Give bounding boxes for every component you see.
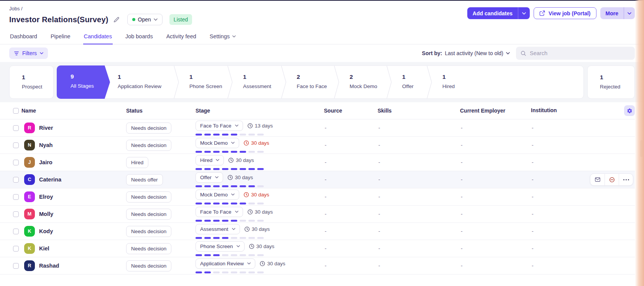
stage-segment-face-to-face[interactable]: 2Face to Face (284, 66, 337, 98)
job-status-dropdown[interactable]: Open (127, 14, 163, 25)
stage-segment-application-review[interactable]: 1Application Review (105, 66, 176, 98)
stage-dropdown[interactable]: Phone Screen (196, 241, 245, 252)
stage-dropdown[interactable]: Face To Face (196, 121, 243, 131)
stage-dropdown[interactable]: Application Review (196, 258, 255, 269)
stage-dropdown[interactable]: Mock Demo (196, 190, 239, 200)
breadcrumb[interactable]: Jobs / (9, 6, 192, 11)
progress-dash (231, 168, 237, 170)
progress-dash (213, 203, 220, 204)
avatar: J (24, 157, 35, 168)
filters-button[interactable]: Filters (9, 47, 48, 59)
progress-dash (196, 151, 202, 153)
row-more-actions-button[interactable] (619, 174, 633, 185)
table-row[interactable]: JJairoHiredHired30 days---- (0, 154, 635, 171)
stage-dropdown-label: Face To Face (200, 123, 232, 129)
cell-skills: - (378, 159, 460, 165)
stage-dropdown[interactable]: Assessment (196, 224, 240, 234)
stage-segment-assessment[interactable]: 1Assessment (230, 66, 284, 98)
row-checkbox[interactable] (13, 142, 19, 148)
progress-dash (248, 185, 255, 187)
add-candidates-dropdown[interactable] (518, 12, 530, 15)
tab-activity-feed[interactable]: Activity feed (166, 30, 197, 44)
stage-label: Rejected (600, 84, 634, 90)
progress-dash (240, 151, 246, 153)
row-checkbox[interactable] (13, 125, 19, 131)
table-row[interactable]: EElroyNeeds decisionMock Demo30 days---- (0, 188, 635, 206)
stage-segment-mock-demo[interactable]: 2Mock Demo (337, 66, 389, 98)
stage-dropdown[interactable]: Face To Face (196, 207, 243, 217)
stage-count: 1 (402, 74, 429, 80)
cell-institution: - (531, 228, 635, 234)
row-checkbox[interactable] (13, 263, 19, 269)
stage-dropdown[interactable]: Hired (196, 155, 224, 165)
row-checkbox[interactable] (13, 160, 19, 165)
search-input[interactable] (530, 50, 630, 56)
stage-strip: 9All Stages1Application Review1Phone Scr… (57, 65, 584, 99)
candidates-table: Name Status Stage Source Skills Current … (0, 102, 635, 275)
table-row[interactable]: MMollyNeeds decisionFace To Face30 days-… (0, 206, 635, 223)
stage-dropdown[interactable]: Offer (196, 172, 223, 183)
status-badge: Needs decision (126, 191, 171, 203)
column-header-name: Name (21, 108, 123, 114)
disqualify-candidate-button[interactable] (605, 174, 619, 185)
table-row[interactable]: KKodyNeeds decisionAssessment30 days---- (0, 223, 635, 240)
more-button[interactable]: More (600, 7, 635, 19)
table-row[interactable]: CCaterinaNeeds offerOffer30 days---- (0, 171, 635, 188)
page-title: Investor Relations(Survey) (9, 15, 108, 24)
tab-settings[interactable]: Settings (209, 30, 237, 44)
candidate-name[interactable]: Kody (39, 228, 53, 234)
progress-dash (231, 134, 237, 136)
view-job-button[interactable]: View job (Portal) (534, 7, 596, 19)
stage-dropdown[interactable]: Mock Demo (196, 138, 239, 148)
row-checkbox[interactable] (13, 246, 19, 252)
candidate-name[interactable]: Kiel (39, 245, 49, 252)
candidate-name[interactable]: Nyah (39, 142, 53, 148)
avatar: R (24, 123, 35, 133)
stage-card-rejected[interactable]: 1 Rejected (587, 65, 635, 99)
tab-pipeline[interactable]: Pipeline (50, 30, 71, 44)
tab-dashboard[interactable]: Dashboard (9, 30, 38, 44)
candidate-name[interactable]: Caterina (39, 177, 61, 183)
edit-title-icon[interactable] (113, 16, 120, 23)
row-checkbox[interactable] (13, 194, 19, 200)
table-row[interactable]: RRiverNeeds decisionFace To Face13 days-… (0, 119, 635, 137)
tab-job-boards[interactable]: Job boards (125, 30, 154, 44)
progress-dash (204, 254, 211, 256)
stage-count: 9 (71, 73, 110, 80)
candidate-name[interactable]: Elroy (39, 194, 53, 200)
progress-dash (213, 151, 220, 153)
progress-dash (240, 168, 246, 170)
chevron-down-icon (235, 211, 238, 213)
tab-candidates[interactable]: Candidates (83, 30, 113, 44)
add-candidates-button[interactable]: Add candidates (467, 7, 530, 19)
stage-label: Application Review (118, 83, 176, 89)
more-label: More (600, 10, 624, 16)
stage-segment-offer[interactable]: 1Offer (389, 66, 429, 98)
table-row[interactable]: RRashadNeeds decisionApplication Review3… (0, 257, 635, 275)
stage-card-prospect[interactable]: 1 Prospect (9, 65, 54, 99)
candidate-name[interactable]: River (39, 125, 53, 131)
table-row[interactable]: KKielNeeds decisionPhone Screen30 days--… (0, 240, 635, 257)
email-candidate-button[interactable] (590, 174, 605, 185)
more-dropdown[interactable] (624, 12, 635, 15)
stage-segment-all-stages[interactable]: 9All Stages (57, 65, 110, 99)
row-checkbox[interactable] (13, 211, 19, 217)
stage-dropdown-label: Assessment (200, 226, 228, 232)
candidate-name[interactable]: Rashad (39, 263, 59, 269)
table-row[interactable]: NNyahNeeds decisionMock Demo30 days---- (0, 137, 635, 154)
stage-dropdown-label: Application Review (200, 261, 244, 266)
candidate-name[interactable]: Molly (39, 211, 53, 217)
candidate-name[interactable]: Jairo (39, 159, 53, 165)
status-badge: Needs decision (126, 226, 171, 237)
row-checkbox[interactable] (13, 177, 19, 183)
select-all-checkbox[interactable] (13, 108, 19, 114)
table-settings-gear-icon[interactable] (624, 105, 635, 116)
sort-by-dropdown[interactable]: Sort by: Last activity (New to old) (422, 50, 510, 56)
stage-count: 2 (297, 74, 337, 80)
stage-segment-hired[interactable]: 1Hired (429, 66, 583, 98)
chevron-down-icon (231, 142, 235, 144)
scrollbar-thumb[interactable] (640, 140, 643, 157)
row-checkbox[interactable] (13, 229, 19, 234)
stage-segment-phone-screen[interactable]: 1Phone Screen (176, 66, 230, 98)
progress-dash (213, 254, 220, 256)
